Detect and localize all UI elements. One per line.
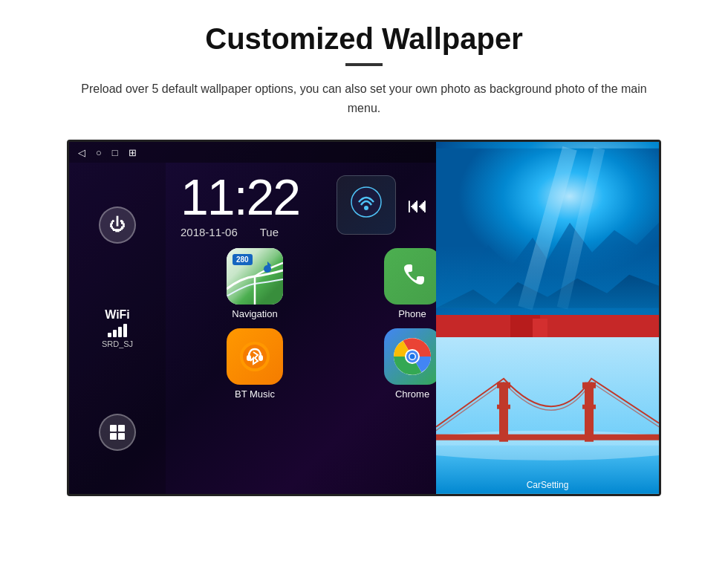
media-app-icon bbox=[337, 175, 396, 235]
bt-music-app-label: BT Music bbox=[235, 388, 275, 400]
svg-rect-40 bbox=[582, 404, 596, 409]
svg-rect-13 bbox=[259, 355, 263, 361]
page-description: Preload over 5 default wallpaper options… bbox=[74, 79, 654, 117]
recents-icon[interactable]: □ bbox=[112, 147, 118, 158]
svg-rect-29 bbox=[533, 319, 547, 337]
clock-date-value: 2018-11-06 bbox=[181, 226, 238, 238]
wifi-bar-3 bbox=[118, 327, 122, 337]
media-app-wifi-icon bbox=[350, 186, 383, 225]
wifi-ssid: SRD_SJ bbox=[102, 339, 133, 348]
wifi-bars bbox=[102, 324, 133, 337]
app-item-bt-music[interactable]: BT Music bbox=[181, 328, 329, 400]
apps-drawer-button[interactable] bbox=[99, 414, 136, 451]
sidebar: ⏻ WiFi SRD_SJ bbox=[69, 163, 166, 494]
wifi-label: WiFi bbox=[102, 308, 133, 322]
navigation-app-icon[interactable]: 280 bbox=[227, 248, 283, 305]
app-item-navigation[interactable]: 280 bbox=[181, 248, 329, 319]
svg-rect-0 bbox=[110, 425, 117, 432]
chrome-app-icon[interactable] bbox=[384, 328, 441, 385]
wifi-bar-2 bbox=[113, 330, 117, 337]
svg-rect-1 bbox=[118, 425, 125, 432]
wifi-widget: WiFi SRD_SJ bbox=[102, 308, 133, 348]
power-button[interactable]: ⏻ bbox=[99, 206, 136, 244]
title-divider bbox=[345, 63, 383, 66]
svg-rect-3 bbox=[118, 433, 125, 440]
wallpaper-thumbnails: CarSetting bbox=[436, 142, 659, 494]
svg-rect-35 bbox=[499, 382, 508, 441]
media-widget: ⏮ B bbox=[337, 175, 452, 235]
clock-day-value: Tue bbox=[260, 226, 279, 238]
phone-app-label: Phone bbox=[398, 308, 426, 319]
car-setting-label: CarSetting bbox=[436, 480, 659, 490]
page-title: Customized Wallpaper bbox=[37, 22, 691, 56]
android-screen: ◁ ○ □ ⊞ ◆ ▾ 11:22 ⏻ WiFi bbox=[67, 140, 661, 496]
device-wrapper: ◁ ○ □ ⊞ ◆ ▾ 11:22 ⏻ WiFi bbox=[37, 140, 691, 496]
wallpaper-thumb-bridge[interactable]: CarSetting bbox=[436, 337, 659, 494]
back-nav-icon[interactable]: ◁ bbox=[78, 147, 85, 158]
prev-track-icon[interactable]: ⏮ bbox=[407, 193, 428, 218]
clock-date: 2018-11-06 Tue bbox=[181, 226, 299, 238]
svg-point-18 bbox=[410, 354, 415, 359]
wifi-bar-4 bbox=[123, 324, 127, 337]
main-content: ⏻ WiFi SRD_SJ bbox=[69, 163, 659, 494]
wifi-bar-1 bbox=[108, 333, 111, 337]
wallpaper-thumb-ice[interactable] bbox=[436, 142, 659, 315]
svg-rect-30 bbox=[555, 316, 577, 337]
bt-music-app-icon[interactable] bbox=[227, 328, 283, 385]
page-wrapper: Customized Wallpaper Preload over 5 defa… bbox=[0, 0, 728, 511]
screenshot-icon[interactable]: ⊞ bbox=[129, 147, 137, 158]
navigation-app-label: Navigation bbox=[232, 308, 277, 319]
clock-display: 11:22 2018-11-06 Tue bbox=[181, 172, 299, 238]
wallpaper-thumb-red[interactable] bbox=[436, 315, 659, 337]
nav-map: 280 bbox=[227, 248, 283, 305]
svg-rect-38 bbox=[585, 382, 594, 441]
bridge-scene: CarSetting bbox=[436, 337, 659, 494]
svg-point-5 bbox=[364, 206, 368, 210]
ice-cave-image bbox=[436, 142, 659, 315]
chrome-app-label: Chrome bbox=[395, 388, 429, 400]
svg-rect-37 bbox=[497, 404, 510, 409]
svg-rect-2 bbox=[110, 433, 117, 440]
status-left: ◁ ○ □ ⊞ bbox=[78, 147, 137, 158]
phone-app-icon[interactable] bbox=[384, 248, 441, 305]
home-icon[interactable]: ○ bbox=[96, 147, 102, 158]
clock-time: 11:22 bbox=[181, 172, 299, 222]
svg-rect-34 bbox=[436, 434, 659, 440]
